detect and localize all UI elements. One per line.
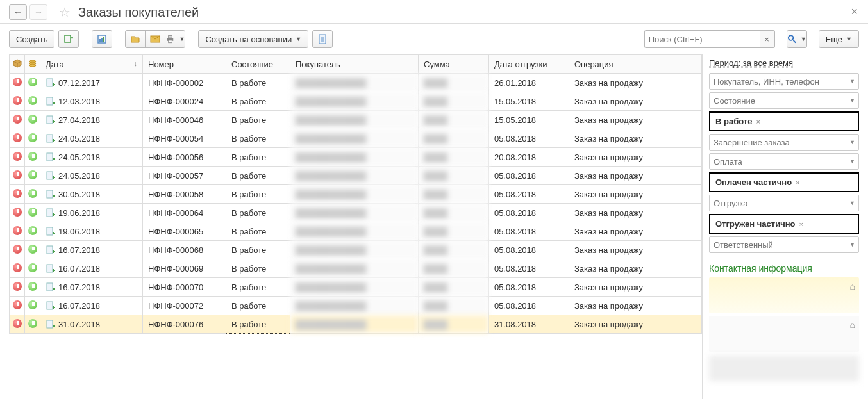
clock-red-icon [13,189,22,198]
orders-table[interactable]: Дата ↓ Номер Состояние Покупатель Сумма … [9,54,702,334]
buyer-cell: ████████████ [290,167,419,185]
copy-add-button[interactable] [58,30,79,48]
table-row[interactable]: 24.05.2018 НФНФ-000054 В работе ████████… [10,129,702,148]
clock-green-icon [28,189,37,198]
nav-back-button[interactable]: ← [9,4,27,20]
home-icon: ⌂ [850,320,855,330]
print-button[interactable]: ▼ [165,30,185,48]
number-cell: НФНФ-000058 [143,185,226,204]
email-button[interactable] [145,30,165,48]
shipment-filter-tag[interactable]: Отгружен частично × [709,214,859,234]
document-row-icon [46,96,56,106]
sum-cell: ████ [419,241,489,259]
shipdate-cell: 05.08.2018 [489,259,569,278]
payment-tag-remove-icon[interactable]: × [796,179,799,186]
date-cell: 30.05.2018 [40,185,143,204]
payment-filter-tag[interactable]: Оплачен частично × [709,172,859,192]
search-clear-button[interactable]: × [760,30,775,48]
table-row[interactable]: 27.04.2018 НФНФ-000046 В работе ████████… [10,111,702,129]
state-cell: В работе [226,297,290,315]
completion-filter-dropdown[interactable]: ▼ [846,135,858,150]
contact-card-secondary[interactable]: ⌂ [709,316,859,352]
document-preview-button[interactable] [312,30,333,48]
col-header-sum[interactable]: Сумма [419,55,489,74]
nav-forward-button[interactable]: → [29,4,47,20]
more-button[interactable]: Еще ▼ [819,30,859,48]
shipdate-cell: 05.08.2018 [489,185,569,204]
table-row[interactable]: 31.07.2018 НФНФ-000076 В работе ████████… [10,315,702,334]
responsible-filter-input[interactable] [709,236,859,253]
table-row[interactable]: 16.07.2018 НФНФ-000070 В работе ████████… [10,278,702,297]
advanced-search-button[interactable]: ▼ [787,30,807,48]
table-row[interactable]: 24.05.2018 НФНФ-000057 В работе ████████… [10,167,702,185]
page-title: Заказы покупателей [78,5,199,20]
table-row[interactable]: 16.07.2018 НФНФ-000072 В работе ████████… [10,297,702,315]
operation-cell: Заказ на продажу [569,92,702,111]
state-filter-dropdown[interactable]: ▼ [846,93,858,108]
attach-button[interactable] [125,30,146,48]
document-icon [317,34,328,44]
payment-indicator-cell [25,167,40,185]
report-button[interactable] [92,30,112,48]
payment-filter-input[interactable] [709,153,859,170]
number-cell: НФНФ-000057 [143,167,226,185]
document-row-icon [46,170,56,181]
state-cell: В работе [226,185,290,204]
create-based-on-button[interactable]: Создать на основании ▼ [198,30,308,48]
shipment-filter-dropdown[interactable]: ▼ [846,195,858,211]
payment-filter-dropdown[interactable]: ▼ [846,154,858,169]
col-header-buyer[interactable]: Покупатель [290,55,419,74]
table-row[interactable]: 30.05.2018 НФНФ-000058 В работе ████████… [10,185,702,204]
sum-cell: ████ [419,92,489,111]
svg-rect-24 [47,190,53,198]
operation-cell: Заказ на продажу [569,222,702,241]
col-header-status1[interactable] [10,55,25,74]
table-row[interactable]: 16.07.2018 НФНФ-000068 В работе ████████… [10,241,702,259]
shipdate-cell: 05.08.2018 [489,167,569,185]
document-row-icon [46,208,56,218]
table-row[interactable]: 24.05.2018 НФНФ-000056 В работе ████████… [10,148,702,167]
table-row[interactable]: 07.12.2017 НФНФ-000002 В работе ████████… [10,74,702,92]
col-header-operation[interactable]: Операция [569,55,702,74]
svg-rect-20 [47,116,53,124]
operation-cell: Заказ на продажу [569,241,702,259]
state-filter-input[interactable] [709,92,859,109]
buyer-filter-input[interactable] [709,73,859,90]
clock-green-icon [28,115,37,124]
clock-green-icon [28,300,37,309]
state-cell: В работе [226,111,290,129]
svg-rect-18 [47,79,53,86]
shipment-filter-input[interactable] [709,195,859,211]
clock-red-icon [13,115,22,124]
table-row[interactable]: 19.06.2018 НФНФ-000065 В работе ████████… [10,222,702,241]
close-icon[interactable]: × [851,5,858,19]
favorite-star-icon[interactable]: ☆ [56,4,73,20]
col-header-shipdate[interactable]: Дата отгрузки [489,55,569,74]
col-header-number[interactable]: Номер [143,55,226,74]
create-button[interactable]: Создать [9,30,54,48]
completion-filter-input[interactable] [709,134,859,151]
state-filter-tag[interactable]: В работе × [709,111,859,131]
shipdate-cell: 15.05.2018 [489,111,569,129]
status-indicator-cell [10,148,25,167]
sum-cell: ████ [419,297,489,315]
col-header-date[interactable]: Дата ↓ [40,55,143,74]
state-tag-remove-icon[interactable]: × [756,118,760,126]
status-indicator-cell [10,92,25,111]
table-row[interactable]: 16.07.2018 НФНФ-000069 В работе ████████… [10,259,702,278]
table-row[interactable]: 19.06.2018 НФНФ-000064 В работе ████████… [10,204,702,222]
buyer-cell: ████████████ [290,315,419,334]
search-input[interactable] [644,30,760,48]
col-header-status2[interactable] [25,55,40,74]
sum-cell: ████ [419,278,489,297]
payment-indicator-cell [25,278,40,297]
responsible-filter-dropdown[interactable]: ▼ [846,237,858,252]
shipment-tag-remove-icon[interactable]: × [799,220,803,228]
buyer-filter-dropdown[interactable]: ▼ [846,74,858,89]
svg-rect-23 [47,172,53,179]
contact-card-primary[interactable]: ⌂ [709,277,859,313]
number-cell: НФНФ-000024 [143,92,226,111]
col-header-state[interactable]: Состояние [226,55,290,74]
table-row[interactable]: 12.03.2018 НФНФ-000024 В работе ████████… [10,92,702,111]
period-link[interactable]: Период: за все время [709,58,859,68]
